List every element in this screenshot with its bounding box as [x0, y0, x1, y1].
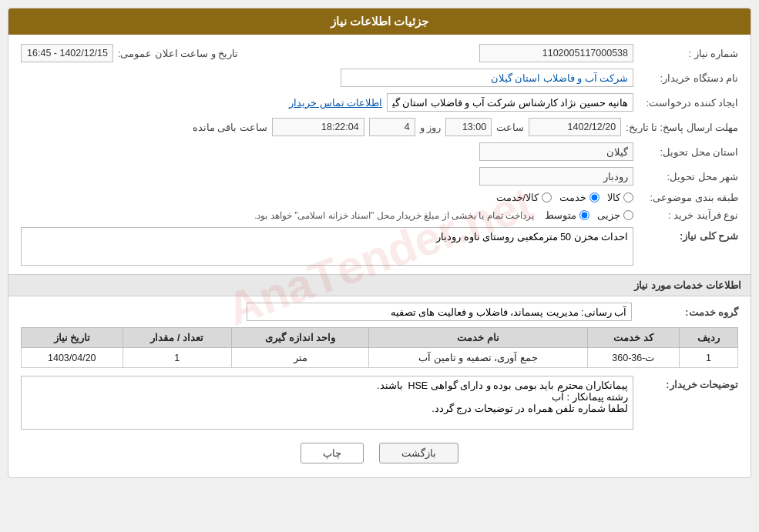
- shomara-niaz-row: شماره نیاز : تاریخ و ساعت اعلان عمومی:: [21, 44, 738, 62]
- table-row: 1ت-36-360جمع آوری، تصفیه و تامین آبمتر11…: [22, 348, 738, 368]
- buttons-row: بازگشت چاپ: [21, 443, 738, 463]
- ostan-row: استان محل تحویل:: [21, 142, 738, 161]
- toseeh-textarea[interactable]: [21, 376, 633, 430]
- ostan-input[interactable]: [479, 142, 633, 161]
- farayand-row: نوع فرآیند خرید : جزیی متوسط پرداخت تمام…: [21, 209, 738, 221]
- radio-kala-khadamat[interactable]: [542, 192, 552, 202]
- content-area: AnaТender.net شماره نیاز : تاریخ و ساعت …: [8, 35, 751, 477]
- ijad-konande-input[interactable]: [387, 93, 633, 112]
- radio-khadamat[interactable]: [589, 192, 599, 202]
- nam-dastgah-row: نام دستگاه خریدار:: [21, 69, 738, 87]
- cell-radif: 1: [679, 348, 737, 368]
- saat-mande-label: ساعت باقی مانده: [193, 122, 267, 133]
- cell-vahed: متر: [231, 348, 369, 368]
- tarikh-pasokh-input[interactable]: [529, 118, 621, 136]
- shomara-niaz-input[interactable]: [479, 44, 633, 62]
- shomara-niaz-label: شماره نیاز :: [638, 48, 738, 59]
- saat-input[interactable]: [445, 118, 492, 136]
- radio-kala-text: کالا: [607, 192, 620, 203]
- service-table: ردیف کد خدمت نام خدمت واحد اندازه گیری ت…: [21, 327, 738, 368]
- etelaat-tamas-link[interactable]: اطلاعات تماس خریدار: [289, 97, 382, 109]
- farayand-note: پرداخت تمام یا بخشی از مبلغ خریدار محل "…: [254, 210, 534, 221]
- cell-nam_khadamat: جمع آوری، تصفیه و تامین آب: [369, 348, 587, 368]
- radio-jozei-label[interactable]: جزیی: [597, 209, 633, 221]
- roz-label: روز و: [420, 122, 441, 133]
- service-info-header: اطلاعات خدمات مورد نیاز: [8, 274, 751, 296]
- cell-tarikh_niaz: 1403/04/20: [22, 348, 123, 368]
- ostan-label: استان محل تحویل:: [638, 146, 738, 158]
- nam-dastgah-label: نام دستگاه خریدار:: [638, 72, 738, 84]
- radio-jozei[interactable]: [623, 210, 633, 220]
- mohlat-label: مهلت ارسال پاسخ: تا تاریخ:: [626, 122, 738, 133]
- ijad-konande-label: ایجاد کننده درخواست:: [638, 97, 738, 109]
- tabaqa-radio-group: کالا خدمت کالا/خدمت: [496, 192, 633, 203]
- radio-khadamat-text: خدمت: [559, 192, 586, 203]
- col-kod: کد خدمت: [587, 328, 679, 348]
- radio-kala-label[interactable]: کالا: [607, 192, 633, 203]
- cell-kod_khadamat: ت-36-360: [587, 348, 679, 368]
- saat-label: ساعت: [496, 122, 524, 133]
- col-tedad: تعداد / مقدار: [123, 328, 231, 348]
- radio-kala[interactable]: [623, 192, 633, 202]
- ijad-konande-row: ایجاد کننده درخواست: اطلاعات تماس خریدار: [21, 93, 738, 112]
- radio-khadamat-label[interactable]: خدمت: [559, 192, 599, 203]
- col-vahed: واحد اندازه گیری: [231, 328, 369, 348]
- group-service-row: گروه خدمت:: [21, 303, 738, 321]
- radio-jozei-text: جزیی: [597, 209, 620, 221]
- col-nam: نام خدمت: [369, 328, 587, 348]
- main-card: جزئیات اطلاعات نیاز AnaТender.net شماره …: [8, 8, 751, 478]
- sharh-row: شرح کلی نیاز:: [21, 227, 738, 268]
- shahr-row: شهر محل تحویل:: [21, 167, 738, 186]
- group-service-label: گروه خدمت:: [638, 306, 738, 318]
- tarikh-elaan-label: تاریخ و ساعت اعلان عمومی:: [118, 48, 238, 59]
- radio-kala-khadamat-text: کالا/خدمت: [496, 192, 539, 203]
- saat-mande-input[interactable]: [272, 118, 364, 136]
- shahr-label: شهر محل تحویل:: [638, 171, 738, 182]
- sharh-niaz-textarea[interactable]: [21, 227, 633, 266]
- shahr-input[interactable]: [479, 167, 633, 186]
- toseeh-row: توضیحات خریدار:: [21, 376, 738, 432]
- radio-mottaset-label[interactable]: متوسط: [545, 209, 589, 221]
- cell-tedad: 1: [123, 348, 231, 368]
- mohlat-row: مهلت ارسال پاسخ: تا تاریخ: ساعت روز و سا…: [21, 118, 738, 136]
- tabaqa-row: طبقه بندی موضوعی: کالا خدمت کالا/خدمت: [21, 192, 738, 203]
- nam-dastgah-input[interactable]: [341, 69, 633, 87]
- tarikh-elaan-input[interactable]: [21, 44, 113, 62]
- radio-kala-khadamat-label[interactable]: کالا/خدمت: [496, 192, 552, 203]
- toseeh-label: توضیحات خریدار:: [638, 379, 738, 390]
- radio-mottaset-text: متوسط: [545, 209, 576, 221]
- radio-mottaset[interactable]: [579, 210, 589, 220]
- farayand-label: نوع فرآیند خرید :: [638, 209, 738, 221]
- group-service-input[interactable]: [247, 303, 632, 321]
- back-button[interactable]: بازگشت: [379, 443, 458, 463]
- farayand-radio-group: جزیی متوسط: [545, 209, 633, 221]
- col-radif: ردیف: [679, 328, 737, 348]
- page-title: جزئیات اطلاعات نیاز: [8, 8, 751, 35]
- roz-input[interactable]: [369, 118, 415, 136]
- page-container: جزئیات اطلاعات نیاز AnaТender.net شماره …: [0, 0, 759, 532]
- tabaqa-label: طبقه بندی موضوعی:: [638, 192, 738, 203]
- print-button[interactable]: چاپ: [301, 443, 364, 463]
- col-tarikh: تاریخ نیاز: [22, 328, 123, 348]
- sharh-niaz-section-label: شرح کلی نیاز:: [638, 230, 738, 242]
